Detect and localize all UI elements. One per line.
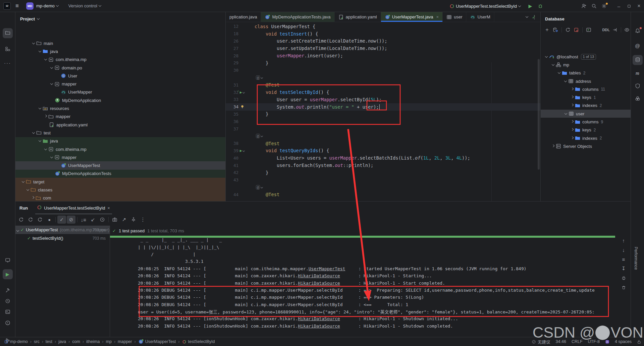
- tool-window-notifications[interactable]: [633, 26, 643, 36]
- chevron-icon[interactable]: [16, 229, 19, 232]
- project-panel-header[interactable]: Project: [15, 12, 225, 25]
- chevron-icon[interactable]: [44, 58, 47, 60]
- chevron-icon[interactable]: [557, 71, 560, 74]
- project-tree-row[interactable]: CMpDemoApplicationTests: [15, 170, 225, 178]
- tab-list-chevron-icon[interactable]: [526, 15, 528, 18]
- fold-region[interactable]: @: [226, 132, 541, 140]
- chevron-icon[interactable]: [26, 188, 29, 191]
- database-tree-row[interactable]: tables2: [541, 69, 631, 77]
- chevron-icon[interactable]: [571, 136, 573, 139]
- db-ddl-button[interactable]: DDL: [602, 26, 610, 34]
- editor-tab[interactable]: application.yaml: [335, 12, 381, 22]
- db-view-options-button[interactable]: [623, 26, 631, 34]
- fold-region[interactable]: @: [226, 74, 541, 81]
- project-tree-row[interactable]: MpDemoApplication: [15, 96, 225, 104]
- chevron-icon[interactable]: [50, 82, 53, 85]
- editor-tab[interactable]: user: [443, 12, 466, 22]
- tool-window-project[interactable]: [3, 28, 13, 38]
- code-line[interactable]: 27 user.setUpdateTime(LocalDateTime.now(…: [226, 45, 541, 52]
- db-cancel-button[interactable]: [573, 26, 580, 34]
- project-tree-row[interactable]: classes: [15, 186, 225, 194]
- test-result-row[interactable]: ✓UserMapperTest(com.itheima.mp.mapper)70…: [15, 226, 110, 234]
- database-tree-row[interactable]: address: [541, 77, 631, 85]
- db-table-view-button[interactable]: [594, 26, 601, 34]
- fold-region[interactable]: @: [226, 184, 541, 191]
- project-tree-row[interactable]: mapper: [15, 113, 225, 121]
- chevron-icon[interactable]: [571, 104, 573, 106]
- chevron-icon[interactable]: [21, 180, 24, 182]
- run-rerun-failed-button[interactable]: [26, 216, 35, 224]
- chevron-icon[interactable]: [31, 196, 34, 199]
- run-pin-button[interactable]: [129, 216, 138, 224]
- db-jump-to-source-button[interactable]: [611, 26, 619, 34]
- ai-assistant-button[interactable]: [569, 1, 579, 11]
- run-sort-by-duration-button[interactable]: ↓≡: [79, 216, 88, 224]
- database-tree-row[interactable]: user: [541, 110, 631, 118]
- run-export-button[interactable]: ↗: [120, 216, 128, 224]
- breadcrumb-item[interactable]: test: [46, 339, 52, 344]
- console-class-link[interactable]: HikariDataSource: [298, 281, 340, 286]
- code-line[interactable]: 43: [226, 176, 541, 184]
- project-tree-row[interactable]: resources: [15, 104, 225, 112]
- code-line[interactable]: 37: [226, 125, 541, 132]
- code-line[interactable]: 26 user.setCreateTime(LocalDateTime.now(…: [226, 38, 541, 45]
- run-configuration-widget[interactable]: UserMapperTest.testSelectById: [447, 1, 523, 11]
- code-line[interactable]: 39▶ void testQueryByIds() {: [226, 147, 541, 155]
- run-button[interactable]: ▶: [525, 1, 535, 11]
- chevron-icon[interactable]: [551, 63, 554, 66]
- db-query-console-button[interactable]: [585, 26, 592, 34]
- tool-window-problems[interactable]: [3, 318, 13, 328]
- annotation-fold-icon[interactable]: @: [256, 134, 260, 138]
- run-rerun-button[interactable]: [17, 216, 25, 224]
- vcs-widget[interactable]: Version control: [66, 1, 104, 11]
- test-passed-run-icon[interactable]: ▶✓: [240, 90, 242, 95]
- console-print-button[interactable]: [619, 274, 628, 282]
- breadcrumb-item[interactable]: mp: [106, 339, 112, 344]
- editor-scrollbar[interactable]: [538, 59, 540, 170]
- db-add-button[interactable]: +: [543, 26, 551, 34]
- chevron-icon[interactable]: [32, 41, 35, 44]
- main-menu-icon[interactable]: ≡: [15, 3, 19, 9]
- breadcrumb-item[interactable]: mp-demo: [4, 339, 28, 344]
- console-output[interactable]: _ _ |_ _ _|_. ___ _ | _ | | |\/||_)(_| |…: [110, 236, 615, 337]
- project-tree-row[interactable]: UserMapper: [15, 88, 225, 96]
- close-icon[interactable]: ×: [436, 14, 439, 19]
- breadcrumb-item[interactable]: java: [58, 339, 66, 344]
- code-line[interactable]: 18 void testInsert() {: [226, 30, 541, 38]
- editor-tab[interactable]: UserM: [466, 12, 494, 22]
- chevron-icon[interactable]: [571, 88, 573, 90]
- project-tree-row[interactable]: com: [15, 194, 225, 201]
- tool-window-database[interactable]: [633, 55, 643, 65]
- close-button[interactable]: ×: [634, 1, 644, 11]
- chevron-icon[interactable]: [38, 139, 41, 142]
- database-tree-row[interactable]: keys1: [541, 93, 631, 101]
- run-show-passed-button[interactable]: ✓: [57, 216, 66, 224]
- code-area[interactable]: 12class UserMapperTest {18 void testInse…: [226, 22, 541, 201]
- project-switcher[interactable]: mp-demo: [34, 1, 61, 11]
- database-tree-row[interactable]: mp: [541, 61, 631, 69]
- code-line[interactable]: 36: [226, 118, 541, 125]
- breadcrumb-item[interactable]: src: [34, 339, 40, 344]
- test-result-row[interactable]: ✓testSelectById()703 ms: [15, 234, 110, 242]
- chevron-icon[interactable]: [38, 50, 41, 52]
- console-class-link[interactable]: HikariDataSource: [298, 273, 340, 278]
- database-tree-row[interactable]: @localhost1 of 13: [541, 53, 631, 61]
- minimize-button[interactable]: –: [614, 1, 624, 11]
- code-line[interactable]: 34 System.out.println("user = " + user);: [226, 103, 541, 111]
- console-scroll-up-button[interactable]: ↑: [619, 236, 628, 244]
- code-line[interactable]: 40 List<User> users = userMapper.selectB…: [226, 154, 541, 162]
- database-tree-row[interactable]: keys2: [541, 126, 631, 134]
- project-tree-row[interactable]: java: [15, 137, 225, 145]
- editor-tab[interactable]: CMpDemoApplicationTests.java: [261, 12, 334, 22]
- add-user-button[interactable]: [579, 1, 589, 11]
- code-line[interactable]: 28 userMapper.insert(user);: [226, 52, 541, 59]
- tool-window-more-tools[interactable]: ···: [3, 58, 13, 68]
- chevron-icon[interactable]: [38, 107, 41, 109]
- run-tab[interactable]: UserMapperTest.testSelectById ×: [35, 201, 112, 214]
- chevron-icon[interactable]: [50, 66, 53, 68]
- chevron-icon[interactable]: [564, 79, 567, 82]
- search-button[interactable]: [589, 1, 599, 11]
- run-more-button[interactable]: ⋮: [139, 216, 147, 224]
- database-tree-row[interactable]: columns9: [541, 118, 631, 126]
- database-tree-row[interactable]: Server Objects: [541, 142, 631, 150]
